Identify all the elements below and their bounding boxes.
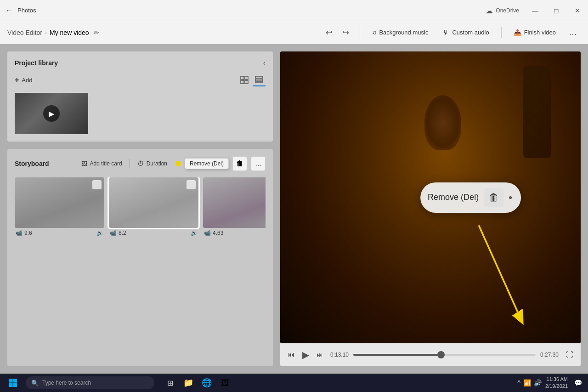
next-frame-button[interactable]: ⏭: [317, 351, 323, 358]
edge-icon: 🌐: [202, 378, 212, 388]
clock-date: 2/19/2021: [545, 383, 568, 390]
clip-2-checkbox: [187, 180, 196, 189]
play-button-overlay[interactable]: ▶: [43, 105, 60, 122]
storyboard-panel: Storyboard 🖼 Add title card ⏱ Duration: [7, 149, 273, 366]
title-bar: ← Photos ☁ OneDrive — ◻ ✕: [0, 0, 588, 21]
search-placeholder: Type here to search: [42, 380, 91, 386]
svg-rect-4: [255, 76, 263, 78]
media-thumbnail[interactable]: ▶: [15, 93, 88, 134]
add-media-row: + Add: [15, 74, 266, 86]
media-grid: ▶: [15, 93, 266, 134]
more-icon: …: [255, 160, 261, 167]
project-library-title: Project library: [15, 59, 58, 67]
progress-area: 0:13.10 0:27.30: [330, 352, 559, 358]
background-music-button[interactable]: ♫ Background music: [367, 26, 434, 39]
breadcrumb: Video Editor › My new video ✏: [7, 29, 99, 36]
finish-video-button[interactable]: 📤 Finish video: [508, 26, 561, 39]
back-icon[interactable]: ←: [6, 6, 13, 15]
storyboard-clips: 📹 9.6 🔊 📹 8.2: [15, 177, 266, 238]
add-title-card-button[interactable]: 🖼 Add title card: [78, 159, 126, 169]
video-remove-tooltip: Remove (Del) 🗑: [420, 182, 521, 213]
clip-3-duration: 4.63: [213, 230, 223, 236]
video-remove-tooltip-label: Remove (Del): [428, 193, 479, 202]
chevron-icon[interactable]: ^: [517, 379, 520, 386]
title-bar-left: ← Photos: [6, 6, 36, 15]
delete-clip-button[interactable]: 🗑: [232, 156, 247, 171]
app-title: Photos: [17, 7, 36, 14]
file-explorer-button[interactable]: 📁: [180, 375, 197, 391]
svg-rect-3: [245, 80, 248, 84]
main-content: Project library ‹ + Add: [0, 44, 588, 374]
svg-rect-12: [13, 383, 17, 387]
audio-icon-2: 🔊: [191, 230, 198, 236]
project-library-header: Project library ‹: [15, 59, 266, 67]
storyboard-title: Storyboard: [15, 160, 49, 167]
edit-title-icon[interactable]: ✏: [94, 29, 99, 36]
more-options-button[interactable]: …: [565, 26, 581, 39]
close-button[interactable]: ✕: [567, 0, 588, 21]
windows-logo-icon: [8, 378, 17, 387]
clip-1-duration: 9.6: [24, 230, 32, 236]
taskbar-app-icons: ⊞ 📁 🌐 🖼: [162, 375, 233, 391]
photos-icon: 🖼: [221, 378, 229, 388]
system-clock[interactable]: 11:36 AM 2/19/2021: [545, 376, 568, 390]
photos-app-button[interactable]: 🖼: [217, 375, 233, 391]
total-time: 0:27.30: [540, 352, 559, 358]
add-media-button[interactable]: + Add: [15, 76, 32, 84]
duration-label: Duration: [147, 160, 167, 167]
video-remove-icon[interactable]: 🗑: [484, 188, 503, 207]
video-icon-1: 📹: [16, 230, 23, 236]
redo-button[interactable]: ↪: [339, 25, 353, 40]
project-library-panel: Project library ‹ + Add: [7, 51, 273, 142]
connector-dot: [175, 161, 181, 166]
folder-icon: 📁: [183, 378, 193, 388]
onedrive-label: OneDrive: [496, 7, 519, 14]
clip-3[interactable]: ✓ 📹 4.63 🔊: [203, 177, 266, 238]
undo-button[interactable]: ↩: [322, 25, 337, 40]
custom-audio-button[interactable]: 🎙 Custom audio: [437, 26, 494, 39]
grid-view-button[interactable]: [238, 74, 251, 86]
rewind-button[interactable]: ⏮: [288, 351, 295, 359]
collapse-library-button[interactable]: ‹: [263, 59, 266, 67]
remove-del-tooltip: Remove (Del): [185, 158, 229, 169]
clock-icon: ⏱: [137, 160, 144, 167]
notification-icon: 💬: [574, 379, 582, 386]
play-button[interactable]: ▶: [302, 349, 309, 360]
clip-2[interactable]: 📹 8.2 🔊: [109, 177, 198, 238]
video-content-shape: [424, 95, 461, 150]
minimize-button[interactable]: —: [525, 0, 546, 21]
trash-icon: 🗑: [236, 159, 243, 168]
notification-center-button[interactable]: 💬: [571, 376, 584, 389]
taskbar-right: ^ 📶 🔊 11:36 AM 2/19/2021 💬: [517, 376, 584, 390]
breadcrumb-video-editor[interactable]: Video Editor: [7, 29, 42, 36]
clip-1-info: 📹 9.6: [16, 230, 32, 236]
more-clip-options-button[interactable]: …: [251, 156, 266, 171]
video-icon-2: 📹: [110, 230, 117, 236]
duration-button[interactable]: ⏱ Duration: [134, 158, 171, 169]
svg-rect-1: [245, 76, 248, 80]
svg-rect-5: [255, 79, 263, 81]
maximize-button[interactable]: ◻: [546, 0, 567, 21]
svg-rect-10: [13, 379, 17, 383]
onedrive-area: ☁ OneDrive: [486, 0, 524, 21]
edge-button[interactable]: 🌐: [198, 375, 215, 391]
volume-icon[interactable]: 🔊: [534, 379, 542, 386]
progress-fill: [353, 354, 441, 356]
storyboard-header: Storyboard 🖼 Add title card ⏱ Duration: [15, 156, 266, 171]
divider-2: [501, 27, 502, 38]
start-button[interactable]: [4, 374, 22, 392]
clock-time: 11:36 AM: [545, 376, 568, 383]
undo-redo-group: ↩ ↪: [322, 25, 353, 40]
progress-thumb[interactable]: [437, 351, 445, 358]
network-icon[interactable]: 📶: [523, 379, 531, 386]
storyboard-actions: 🖼 Add title card ⏱ Duration Remove (Del): [78, 156, 266, 171]
taskbar: 🔍 Type here to search ⊞ 📁 🌐 🖼 ^ 📶 🔊 11:3…: [0, 374, 588, 392]
clip-2-info: 📹 8.2: [110, 230, 126, 236]
progress-bar[interactable]: [353, 354, 536, 356]
task-view-button[interactable]: ⊞: [162, 375, 178, 391]
list-view-button[interactable]: [253, 74, 266, 86]
custom-audio-label: Custom audio: [452, 29, 489, 36]
clip-1[interactable]: 📹 9.6 🔊: [15, 177, 104, 238]
taskbar-search[interactable]: 🔍 Type here to search: [26, 376, 154, 389]
fullscreen-button[interactable]: ⛶: [566, 351, 573, 359]
